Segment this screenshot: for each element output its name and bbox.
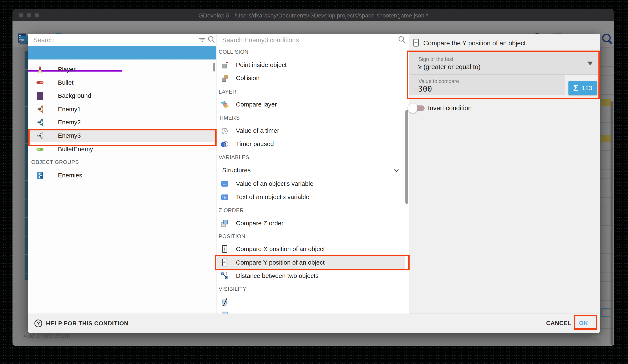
timer-icon: [221, 126, 229, 135]
condition-row[interactable]: Var Value of an object's variable: [217, 176, 405, 191]
condition-label: Value of a timer: [236, 127, 279, 134]
dialog-footer: ? HELP FOR THIS CONDITION CANCEL OK: [28, 314, 600, 333]
collision-icon: [221, 74, 229, 82]
add-new-event-link[interactable]: Add a new event: [23, 332, 70, 339]
invert-toggle-thumb[interactable]: [408, 103, 417, 113]
section-header: VARIABLES: [219, 154, 249, 161]
condition-row[interactable]: Value of a timer: [217, 123, 405, 138]
section-header: Z ORDER: [219, 207, 244, 214]
variable-icon: Var: [221, 180, 229, 188]
condition-label: Compare Z order: [236, 220, 283, 227]
visibility-icon: [221, 298, 229, 306]
invert-condition-label: Invert condition: [428, 104, 472, 112]
svg-text:Var: Var: [222, 195, 227, 199]
enemy1-sprite-icon: [35, 105, 45, 114]
search-icon: [398, 36, 406, 44]
condition-label: Value of an object's variable: [236, 180, 313, 187]
svg-text:Var: Var: [222, 182, 227, 186]
highlighted-action-cell: [601, 135, 611, 142]
group-row-enemies[interactable]: Enemies: [28, 169, 216, 182]
condition-row[interactable]: + Point inside object: [217, 58, 405, 72]
timer-paused-icon: [221, 140, 229, 148]
cancel-button[interactable]: CANCEL: [546, 320, 571, 327]
condition-row[interactable]: Compare X position of an object: [217, 242, 405, 256]
object-row-background[interactable]: Background: [28, 89, 216, 102]
condition-row[interactable]: Timer paused: [217, 137, 405, 151]
z-order-icon: [221, 219, 229, 227]
object-row-player[interactable]: Player: [28, 62, 216, 76]
object-groups-header: OBJECT GROUPS: [31, 159, 79, 165]
variable-icon: Var: [221, 193, 229, 201]
object-search-input[interactable]: Search: [28, 34, 216, 46]
object-label: Player: [58, 66, 76, 73]
point-inside-icon: +: [221, 61, 229, 69]
object-label: Bullet: [58, 79, 74, 86]
filter-icon[interactable]: [198, 36, 206, 44]
condition-row[interactable]: Compare layer: [217, 97, 405, 112]
enemies-group-icon: [35, 171, 45, 180]
condition-label: Text of an object's variable: [236, 193, 310, 200]
distance-icon: ?: [221, 272, 229, 280]
condition-row[interactable]: Collision: [217, 71, 405, 85]
condition-search-placeholder: Search Enemy3 conditions: [222, 36, 299, 44]
grid-position-icon: [221, 245, 229, 253]
object-label: Enemy1: [58, 106, 81, 113]
player-sprite-icon: [35, 65, 45, 74]
condition-label: Distance between two objects: [236, 272, 318, 279]
objects-scrollbar[interactable]: [213, 63, 215, 71]
section-header: COLLISION: [219, 49, 248, 55]
window-icon: [221, 311, 229, 314]
object-row-enemy2[interactable]: Enemy2: [28, 116, 216, 129]
condition-label: Timer paused: [236, 140, 274, 147]
condition-row[interactable]: ? Distance between two objects: [217, 269, 405, 283]
titlebar: GDevelop 5 - /Users/dkarakay/Documents/G…: [12, 9, 614, 21]
bullet-sprite-icon: [35, 78, 45, 87]
add-more-link[interactable]: Add...: [591, 332, 608, 339]
help-icon: ?: [34, 319, 43, 328]
svg-text:+: +: [226, 61, 228, 64]
svg-text:?: ?: [226, 272, 227, 275]
chevron-down-icon: [393, 167, 400, 174]
annotation-box-parameters: [407, 51, 600, 99]
expander-label: Structures: [222, 167, 251, 174]
object-label: Background: [58, 92, 91, 99]
section-header: VISIBILITY: [219, 286, 246, 292]
event-tree-guide: [20, 50, 20, 339]
section-header: POSITION: [219, 233, 245, 240]
condition-row[interactable]: Compare Z order: [217, 216, 405, 231]
object-row-bullet[interactable]: Bullet: [28, 76, 216, 89]
condition-row[interactable]: [217, 295, 405, 309]
section-header: LAYER: [219, 89, 236, 95]
highlighted-action-cell: [601, 99, 611, 106]
condition-search-input[interactable]: Search Enemy3 conditions: [217, 34, 409, 46]
svg-text:?: ?: [37, 320, 40, 326]
help-button-label: HELP FOR THIS CONDITION: [46, 320, 129, 327]
annotation-box-enemy3: [28, 129, 217, 146]
enemy2-sprite-icon: [35, 118, 45, 127]
scene-tab-label: Sta: [18, 39, 28, 46]
help-button[interactable]: ? HELP FOR THIS CONDITION: [34, 319, 129, 328]
condition-label: Compare X position of an object: [236, 245, 325, 252]
condition-row-partial[interactable]: [217, 308, 405, 314]
grid-position-icon: [412, 39, 420, 47]
object-label: BulletEnemy: [58, 146, 93, 153]
structures-expander[interactable]: Structures: [217, 163, 405, 178]
conditions-scrollbar[interactable]: [405, 110, 408, 204]
object-search-placeholder: Search: [33, 36, 54, 44]
section-header: TIMERS: [219, 115, 240, 121]
condition-title: Compare the Y position of an object.: [423, 40, 527, 47]
compare-layer-icon: [221, 100, 229, 109]
object-label: Enemy2: [58, 119, 81, 126]
condition-row[interactable]: Var Text of an object's variable: [217, 190, 405, 204]
panel-tabs: OBJECTS OTHER CONDITIONS: [28, 46, 216, 60]
group-label: Enemies: [58, 172, 82, 179]
annotation-box-ok: [574, 315, 597, 330]
object-row-enemy1[interactable]: Enemy1: [28, 103, 216, 116]
search-events-button[interactable]: [601, 33, 613, 45]
condition-label: Compare layer: [236, 101, 277, 108]
events-scrollbar[interactable]: [611, 101, 614, 345]
annotation-box-compare-y: [215, 255, 410, 270]
conditions-panel: Search Enemy3 conditions COLLISION + Poi…: [217, 34, 409, 314]
objects-panel: Search OBJECTS OTHER CONDITIONS Player B…: [28, 34, 216, 314]
condition-label: Point inside object: [236, 61, 287, 68]
